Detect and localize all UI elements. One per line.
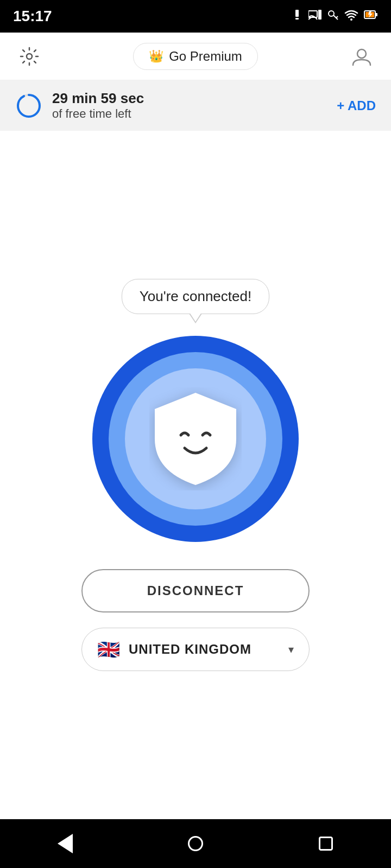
wifi-icon [344, 9, 358, 24]
svg-rect-7 [375, 13, 377, 16]
svg-rect-0 [295, 10, 299, 17]
location-label: UNITED KINGDOM [129, 642, 251, 657]
battery-icon [364, 9, 378, 24]
account-icon [351, 46, 373, 67]
recent-button[interactable] [310, 827, 342, 860]
free-time-main: 29 min 59 sec [52, 90, 144, 107]
alert-icon [291, 9, 303, 24]
premium-label: Go Premium [169, 49, 242, 64]
settings-button[interactable] [15, 42, 43, 71]
main-content: You're connected! DISCONNECT 🇬🇧 UNITED K… [0, 131, 391, 819]
crown-icon: 👑 [149, 49, 163, 63]
free-time-sub: of free time left [52, 107, 144, 121]
shield-container[interactable] [92, 336, 299, 542]
key-icon [327, 9, 339, 24]
connected-text: You're connected! [140, 288, 251, 304]
settings-icon [20, 47, 39, 66]
free-time-text: 29 min 59 sec of free time left [52, 90, 144, 121]
top-nav: 👑 Go Premium [0, 33, 391, 80]
connected-bubble: You're connected! [122, 279, 269, 314]
recent-icon [319, 837, 333, 851]
premium-button[interactable]: 👑 Go Premium [133, 43, 258, 70]
svg-rect-1 [295, 18, 299, 20]
flag-icon: 🇬🇧 [97, 639, 120, 660]
free-time-left: 29 min 59 sec of free time left [15, 90, 144, 121]
add-time-button[interactable]: + ADD [337, 98, 376, 113]
account-button[interactable] [348, 42, 376, 71]
disconnect-button[interactable]: DISCONNECT [81, 569, 310, 612]
home-button[interactable] [179, 827, 212, 860]
cast-icon [308, 9, 321, 24]
disconnect-label: DISCONNECT [147, 583, 244, 598]
home-icon [188, 836, 203, 851]
back-button[interactable] [49, 827, 81, 860]
status-icons [291, 9, 378, 24]
status-bar: 15:17 [0, 0, 391, 33]
svg-point-5 [350, 18, 352, 21]
shield-face-icon [149, 387, 242, 490]
svg-rect-3 [318, 10, 321, 20]
timer-circle-icon [15, 92, 42, 119]
back-icon [58, 834, 73, 853]
svg-point-9 [27, 54, 32, 59]
free-time-banner: 29 min 59 sec of free time left + ADD [0, 80, 391, 131]
status-time: 15:17 [13, 8, 52, 25]
bottom-nav [0, 819, 391, 868]
location-button[interactable]: 🇬🇧 UNITED KINGDOM ▾ [81, 628, 310, 671]
svg-point-12 [18, 95, 40, 117]
svg-point-10 [357, 49, 366, 58]
dropdown-arrow-icon: ▾ [288, 643, 294, 656]
